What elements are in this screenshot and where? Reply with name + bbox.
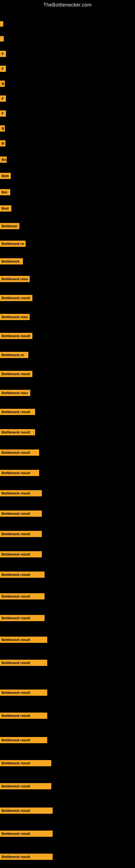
bar-item: Bottleneck result [0,367,32,380]
bar-label: Bottleneck result [0,490,42,496]
bar-item: B [0,136,5,150]
bar-item: B [0,77,5,90]
bar-label: Bottleneck result [0,737,47,743]
bar-label: Bottleneck result [0,660,47,666]
bar-item: Bottleneck result [0,291,32,305]
bar-item: Bottleneck result [0,527,42,540]
bar-item: Bottleneck result [0,466,39,479]
bar-label: Bottleneck re [0,241,26,247]
bar-item: Bottleneck result [0,589,45,603]
bar-label: Bottleneck result [0,807,53,814]
bar-label: Bottleneck result [0,295,32,301]
bar-label: F [0,51,6,57]
chart-area: FFBFFBBBoBottBolBottBottlenecBottleneck … [0,9,135,866]
bar-label: Bottleneck result [0,429,35,435]
bar-label: Bottleneck result [0,371,32,377]
bar-item: Bottleneck result [0,611,45,625]
bar-label: Bott [0,173,11,179]
bar-label: Bottleneck result [0,689,47,696]
bar-item: Bottleneck result [0,568,45,581]
bar-item: Bottleneck result [0,733,47,747]
bar-label: Bottleneck resu [0,390,30,396]
bar-item: Bottleneck result [0,827,53,840]
bar-label: Bottleneck re [0,352,28,358]
bar-item [0,17,3,31]
bar-item: Bottleneck resu [0,272,30,286]
bar-item: Bottleneck result [0,547,42,561]
bar-label: Bottleneck result [0,571,45,578]
bar-item: Bottleneck result [0,804,53,817]
bar-label: Bottleneck result [0,450,39,456]
bar-item: Bott [0,202,11,215]
bar-nub [0,21,3,27]
bar-label: Bottleneck resu [0,314,30,320]
bar-label: Bottleneck result [0,713,47,719]
bar-item: Bottleneck result [0,633,47,646]
bar-item [0,32,4,45]
bar-label: Bottleneck result [0,470,39,476]
bar-item: Bol [0,185,10,199]
bar-label: Bottleneck result [0,531,42,537]
bar-item: Bottleneck result [0,779,51,793]
bar-item: F [0,47,6,61]
bar-label: Bottleneck result [0,593,45,599]
bar-label: Bo [0,156,7,163]
bar-nub [0,36,4,41]
bar-item: Bottleneck result [0,446,39,459]
bar-label: B [0,140,5,147]
bar-label: Bottleneck result [0,637,47,643]
site-title: TheBottlenecker.com [0,0,135,9]
bar-item: F [0,62,6,75]
bar-label: B [0,81,5,87]
bar-label: B [0,125,5,131]
bar-item: Bottleneck result [0,686,47,699]
bar-item: Bottleneck resu [0,386,30,400]
bar-label: Bol [0,189,10,195]
bar-label: Bottleneck result [0,333,32,339]
bar-label: F [0,95,6,102]
bar-item: Bottleneck re [0,348,28,362]
bar-item: F [0,106,6,120]
bar-item: Bottleneck result [0,425,35,439]
bar-label: Bottleneck result [0,831,53,837]
bar-label: Bottleneck result [0,409,35,415]
bar-label: Bottleneck result [0,615,45,621]
bar-item: Bottleneck re [0,237,26,250]
bar-label: Bottleneck resu [0,276,30,282]
bar-item: B [0,122,5,135]
bar-item: Bottleneck result [0,850,53,863]
bar-item: Bottlenec [0,219,19,233]
bar-label: Bottleneck result [0,510,42,517]
bar-item: Bottleneck result [0,756,51,770]
bar-label: Bott [0,205,11,212]
bar-label: Bottleneck result [0,551,42,557]
bar-label: F [0,66,6,72]
bar-item: Bottleneck result [0,507,42,520]
bar-item: Bo [0,153,7,166]
bar-item: Bottleneck resu [0,310,30,323]
bar-item: F [0,92,6,105]
bar-item: Bottleneck result [0,656,47,670]
bar-item: Bottleneck result [0,709,47,722]
bar-label: F [0,111,6,117]
bar-label: Bottlenec [0,223,19,229]
bar-item: Bottleneck [0,254,23,268]
bar-label: Bottleneck result [0,854,53,860]
bar-item: Bottleneck result [0,329,32,343]
bar-label: Bottleneck [0,258,23,265]
bar-label: Bottleneck result [0,783,51,789]
bar-item: Bottleneck result [0,405,35,418]
bar-label: Bottleneck result [0,760,51,766]
bar-item: Bottleneck result [0,486,42,500]
bar-item: Bott [0,169,11,183]
